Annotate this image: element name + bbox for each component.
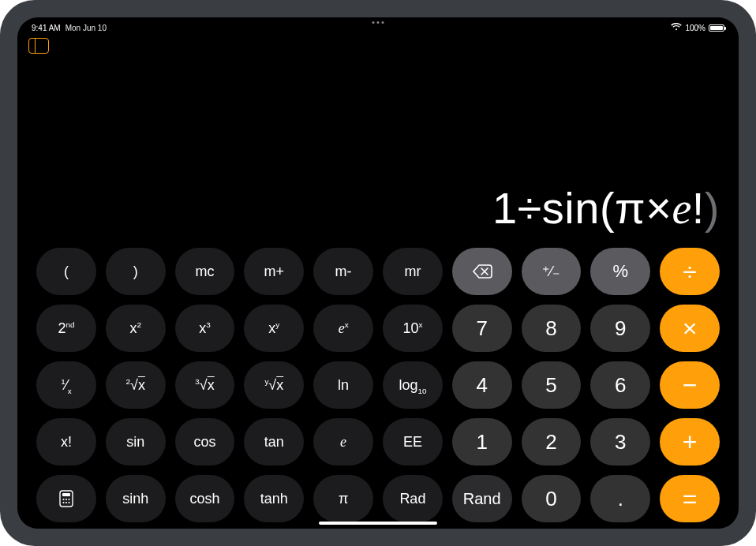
- lbl: ×: [683, 314, 698, 343]
- ln-button[interactable]: ln: [313, 361, 373, 409]
- minus-button[interactable]: −: [660, 361, 720, 409]
- calculator-mode-button[interactable]: [36, 475, 96, 522]
- factorial-button[interactable]: x!: [36, 418, 96, 466]
- lbl: +: [683, 428, 698, 457]
- lbl: 2: [545, 430, 556, 454]
- memory-plus-button[interactable]: m+: [244, 248, 304, 295]
- pi-button[interactable]: π: [313, 475, 373, 522]
- lbl: 1∕x: [61, 377, 71, 394]
- lbl: y√x: [264, 377, 283, 394]
- lbl: 6: [615, 373, 626, 398]
- lbl: x3: [199, 320, 211, 337]
- ee-button[interactable]: EE: [383, 418, 443, 466]
- svg-point-5: [62, 502, 64, 503]
- tanh-button[interactable]: tanh: [244, 475, 304, 522]
- ten-power-x-button[interactable]: 10x: [383, 305, 443, 352]
- digit-5-button[interactable]: 5: [522, 361, 582, 409]
- battery-icon: [709, 24, 724, 32]
- lbl: sinh: [122, 491, 148, 507]
- sin-button[interactable]: sin: [106, 418, 166, 466]
- lbl: tanh: [260, 491, 288, 507]
- lbl: Rad: [399, 491, 425, 507]
- lbl: 10x: [402, 320, 422, 337]
- digit-8-button[interactable]: 8: [522, 305, 582, 352]
- digit-7-button[interactable]: 7: [452, 305, 512, 352]
- memory-clear-button[interactable]: mc: [175, 248, 235, 295]
- backspace-icon: [471, 264, 493, 279]
- percent-button[interactable]: %: [590, 248, 650, 295]
- home-indicator[interactable]: [319, 522, 437, 525]
- lbl: m-: [335, 264, 352, 280]
- digit-4-button[interactable]: 4: [452, 361, 512, 409]
- lbl: (: [64, 264, 69, 280]
- keypad: ( ) mc m+ m- mr ⁺∕₋ % ÷ 2nd x2 x3 xy ex …: [17, 240, 739, 529]
- second-button[interactable]: 2nd: [36, 305, 96, 352]
- multitask-dots[interactable]: [372, 21, 384, 24]
- status-time: 9:41 AM: [32, 24, 61, 32]
- tan-button[interactable]: tan: [244, 418, 304, 466]
- lbl: mc: [195, 264, 214, 280]
- log10-button[interactable]: log10: [383, 361, 443, 409]
- lbl: mr: [404, 264, 421, 280]
- memory-minus-button[interactable]: m-: [313, 248, 373, 295]
- wifi-icon: [671, 23, 682, 32]
- lbl: 8: [545, 316, 556, 341]
- square-root-button[interactable]: 2√x: [106, 361, 166, 409]
- x-cubed-button[interactable]: x3: [175, 305, 235, 352]
- reciprocal-button[interactable]: 1∕x: [36, 361, 96, 409]
- toolbar: [17, 35, 739, 57]
- digit-6-button[interactable]: 6: [590, 361, 650, 409]
- lbl: ): [133, 264, 138, 280]
- lbl: cos: [193, 434, 215, 451]
- equals-button[interactable]: =: [660, 475, 720, 522]
- lbl: 2√x: [126, 377, 145, 394]
- sinh-button[interactable]: sinh: [106, 475, 166, 522]
- expr-seg-1: 1÷sin(π×: [492, 183, 672, 233]
- left-paren-button[interactable]: (: [36, 248, 96, 295]
- lbl: 3√x: [195, 377, 214, 394]
- cos-button[interactable]: cos: [175, 418, 235, 466]
- y-root-button[interactable]: y√x: [244, 361, 304, 409]
- lbl: Rand: [463, 490, 501, 508]
- lbl: 0: [545, 487, 556, 511]
- calculator-display: 1÷sin(π×e!): [17, 57, 739, 240]
- right-paren-button[interactable]: ): [106, 248, 166, 295]
- rad-button[interactable]: Rad: [383, 475, 443, 522]
- digit-1-button[interactable]: 1: [452, 418, 512, 466]
- lbl: %: [613, 261, 629, 282]
- digit-9-button[interactable]: 9: [590, 305, 650, 352]
- lbl: xy: [268, 320, 279, 337]
- rand-button[interactable]: Rand: [452, 475, 512, 522]
- lbl: 2nd: [58, 320, 74, 337]
- digit-0-button[interactable]: 0: [522, 475, 582, 522]
- x-squared-button[interactable]: x2: [106, 305, 166, 352]
- lbl: e: [340, 434, 346, 451]
- svg-point-2: [62, 499, 64, 500]
- decimal-button[interactable]: .: [590, 475, 650, 522]
- divide-button[interactable]: ÷: [660, 248, 720, 295]
- cube-root-button[interactable]: 3√x: [175, 361, 235, 409]
- memory-recall-button[interactable]: mr: [383, 248, 443, 295]
- lbl: x2: [129, 320, 141, 337]
- x-power-y-button[interactable]: xy: [244, 305, 304, 352]
- lbl: ⁺∕₋: [542, 263, 560, 280]
- digit-3-button[interactable]: 3: [590, 418, 650, 466]
- e-power-x-button[interactable]: ex: [313, 305, 373, 352]
- expression-text: 1÷sin(π×e!): [492, 182, 720, 234]
- calculator-icon: [59, 490, 73, 507]
- lbl: 4: [476, 373, 487, 398]
- backspace-button[interactable]: [452, 248, 512, 295]
- lbl: π: [339, 491, 348, 507]
- plus-minus-button[interactable]: ⁺∕₋: [522, 248, 582, 295]
- cosh-button[interactable]: cosh: [175, 475, 235, 522]
- lbl: tan: [264, 434, 284, 451]
- svg-point-6: [65, 502, 67, 503]
- multiply-button[interactable]: ×: [660, 305, 720, 352]
- plus-button[interactable]: +: [660, 418, 720, 466]
- sidebar-toggle-icon[interactable]: [28, 38, 49, 54]
- e-constant-button[interactable]: e: [313, 418, 373, 466]
- digit-2-button[interactable]: 2: [522, 418, 582, 466]
- lbl: ln: [338, 377, 349, 394]
- lbl: 9: [615, 316, 626, 341]
- lbl: x!: [61, 434, 72, 451]
